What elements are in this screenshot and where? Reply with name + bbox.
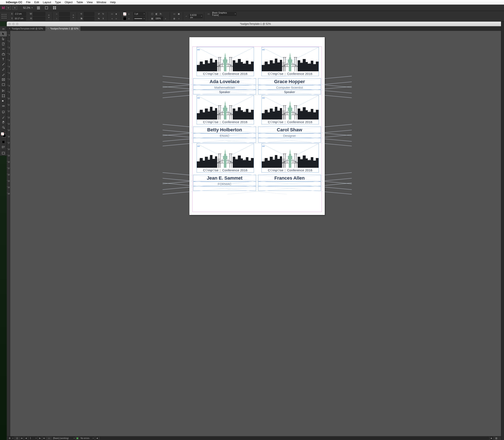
drop-shadow-icon[interactable]: ▢	[150, 12, 154, 16]
menu-help[interactable]: Help	[110, 1, 116, 4]
zoom-value: 52.2%	[23, 6, 30, 9]
stroke-dropdown-icon[interactable]: ▹	[127, 17, 131, 21]
rotate-ccw-icon[interactable]: ↺	[97, 12, 101, 16]
reference-point-picker[interactable]	[1, 14, 7, 19]
flip-v-icon[interactable]: ⥮	[101, 17, 105, 21]
zoom-level-select[interactable]: 52.2% ▼	[23, 6, 33, 9]
stroke-swatch[interactable]	[123, 17, 126, 20]
shear-input[interactable]	[84, 17, 94, 21]
object-style-icon[interactable]: ▭	[207, 12, 210, 16]
height-input[interactable]	[33, 17, 45, 21]
menu-type[interactable]: Type	[55, 1, 61, 4]
indesign-logo-icon: Id	[2, 6, 4, 10]
text-wrap-shape-icon[interactable]: ◍	[172, 17, 176, 21]
text-wrap-jump-icon[interactable]: ⫞	[177, 17, 181, 21]
object-style-select[interactable]: [Basic Graphics Frame]	[211, 12, 236, 16]
svg-rect-43	[37, 8, 40, 8]
mac-menubar: InDesign CC File Edit Layout Type Object…	[0, 0, 504, 5]
menu-edit[interactable]: Edit	[34, 1, 39, 4]
menu-layout[interactable]: Layout	[43, 1, 51, 4]
text-wrap-none-icon[interactable]: ▭	[172, 12, 176, 16]
dropdown-arrow-icon: ▼	[31, 7, 33, 9]
flip-h-icon[interactable]: ⇋	[97, 17, 101, 21]
arrange-documents-button[interactable]	[52, 5, 57, 10]
rotation-input[interactable]	[84, 12, 94, 16]
svg-rect-44	[37, 9, 40, 9]
rotate-cw-icon[interactable]: ↻	[101, 12, 105, 16]
select-container-icon[interactable]: ▭	[110, 12, 114, 16]
fx-icon[interactable]: fx.	[159, 12, 163, 16]
svg-rect-46	[53, 6, 54, 8]
svg-rect-47	[55, 6, 56, 8]
menu-table[interactable]: Table	[76, 1, 83, 4]
constrain-scale-icon[interactable]	[71, 14, 75, 18]
shear-icon: ⬔	[79, 17, 83, 21]
stroke-weight-select[interactable]: 1 pt	[133, 12, 145, 16]
select-content-icon[interactable]: ◈	[114, 12, 118, 16]
menu-view[interactable]: View	[87, 1, 93, 4]
corner-icon[interactable]: ⌐	[185, 14, 188, 18]
prev-object-icon[interactable]: ◃	[110, 17, 114, 21]
fill-dropdown-icon[interactable]: ▹	[127, 12, 131, 16]
rotate-icon: ⟲	[79, 12, 83, 16]
view-options-button[interactable]	[36, 5, 41, 10]
opacity-arrow-icon[interactable]: ▹	[164, 17, 167, 21]
stroke-style-select[interactable]	[133, 17, 145, 21]
corner-radius-select[interactable]: 0.4233 cm	[189, 14, 202, 18]
next-object-icon[interactable]: ▹	[114, 17, 118, 21]
screen-mode-button[interactable]	[44, 5, 49, 10]
constrain-proportions-icon[interactable]	[47, 14, 51, 18]
blend-icon[interactable]: ▦	[150, 17, 154, 21]
y-position-input[interactable]	[14, 17, 26, 21]
width-input[interactable]	[33, 12, 45, 16]
opacity-input[interactable]	[155, 17, 163, 21]
app-topbar: Id Br St 52.2% ▼	[0, 5, 504, 11]
x-position-input[interactable]	[14, 12, 26, 16]
svg-rect-42	[37, 7, 40, 7]
svg-rect-45	[45, 7, 48, 9]
scale-x-icon: ↔	[55, 12, 59, 16]
scale-y-input[interactable]	[59, 17, 70, 21]
menu-file[interactable]: File	[26, 1, 30, 4]
text-wrap-around-icon[interactable]: ▣	[177, 12, 181, 16]
app-menu[interactable]: InDesign CC	[6, 1, 22, 4]
opacity-icon[interactable]: ◧	[155, 12, 158, 16]
control-panel: X: Y: W: H: ↔ ↕ ⟲ ⬔ ↺↻ ⇋⥮ ▭◈ ◃▹ ▹ ▹ 1 pt…	[0, 11, 504, 22]
menu-window[interactable]: Window	[97, 1, 106, 4]
menu-object[interactable]: Object	[65, 1, 73, 4]
fill-swatch[interactable]	[123, 12, 126, 16]
stock-button[interactable]: St	[13, 6, 17, 10]
scale-x-input[interactable]	[59, 12, 70, 16]
scale-y-icon: ↕	[55, 17, 59, 21]
svg-rect-48	[53, 8, 54, 9]
svg-rect-49	[55, 8, 56, 9]
bridge-button[interactable]: Br	[6, 6, 11, 10]
